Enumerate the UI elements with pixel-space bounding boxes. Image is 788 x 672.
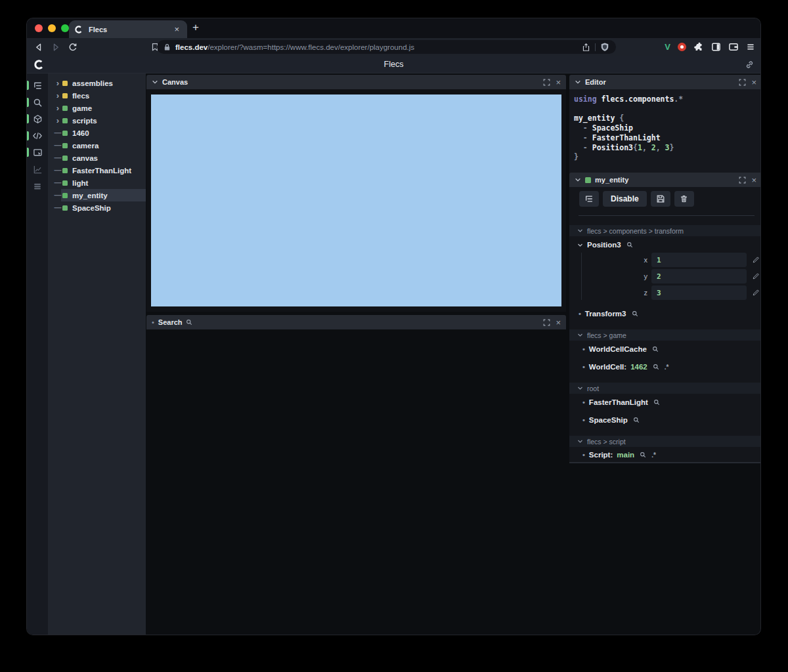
chevron-down-icon[interactable] bbox=[575, 177, 581, 183]
code-module-path: flecs.components bbox=[602, 94, 674, 104]
tree-item-scripts[interactable]: › scripts bbox=[48, 114, 146, 127]
chevron-down-icon[interactable] bbox=[577, 242, 583, 248]
fullscreen-icon[interactable] bbox=[543, 319, 550, 326]
expand-arrow-icon[interactable]: › bbox=[53, 91, 62, 100]
component-worldcellcache[interactable]: • WorldCellCache bbox=[582, 345, 659, 353]
save-button[interactable] bbox=[651, 191, 670, 207]
search-panel-header[interactable]: • Search × bbox=[146, 315, 566, 329]
vue-devtools-icon[interactable]: V bbox=[665, 42, 670, 52]
pencil-icon[interactable] bbox=[752, 256, 760, 264]
component-transform3[interactable]: • Transform3 bbox=[579, 310, 638, 318]
tree-item-fasterthanlight[interactable]: — FasterThanLight bbox=[48, 164, 146, 177]
component-worldcell[interactable]: • WorldCell: 1462 .* bbox=[582, 363, 668, 371]
tab-close-icon[interactable]: × bbox=[171, 24, 182, 35]
magnifier-icon[interactable] bbox=[632, 310, 638, 317]
fullscreen-icon[interactable] bbox=[739, 177, 746, 184]
magnifier-icon[interactable] bbox=[652, 346, 659, 352]
component-spaceship[interactable]: • SpaceShip bbox=[582, 416, 640, 424]
minimize-window-button[interactable] bbox=[48, 24, 56, 32]
browser-tab[interactable]: Flecs × bbox=[69, 20, 187, 38]
component-script-main[interactable]: • Script: main .* bbox=[582, 451, 656, 459]
code-icon[interactable] bbox=[27, 128, 48, 144]
extensions-puzzle-icon[interactable] bbox=[693, 42, 704, 52]
sidebar-toggle-icon[interactable] bbox=[711, 42, 721, 52]
inspector-panel-header[interactable]: my_entity × bbox=[569, 173, 761, 187]
share-icon[interactable] bbox=[582, 43, 590, 52]
pencil-icon[interactable] bbox=[752, 289, 760, 297]
section-script[interactable]: flecs > script bbox=[569, 436, 761, 447]
position3-y-input[interactable]: 2 bbox=[651, 269, 747, 284]
section-transform[interactable]: flecs > components > transform bbox=[569, 225, 761, 236]
fullscreen-icon[interactable] bbox=[543, 79, 550, 86]
menu-icon[interactable] bbox=[746, 43, 755, 51]
chevron-down-icon[interactable] bbox=[577, 385, 583, 391]
close-window-button[interactable] bbox=[35, 24, 43, 32]
leaf-dash-icon: — bbox=[53, 204, 62, 211]
tree-item-game[interactable]: › game bbox=[48, 102, 146, 114]
tree-item-my-entity-selected[interactable]: — my_entity bbox=[48, 189, 146, 201]
tree-item-spaceship[interactable]: — SpaceShip bbox=[48, 201, 146, 214]
pair-suffix-icon[interactable]: .* bbox=[665, 364, 669, 371]
close-panel-icon[interactable]: × bbox=[751, 78, 756, 87]
reload-button[interactable] bbox=[68, 42, 78, 52]
component-fasterthanlight[interactable]: • FasterThanLight bbox=[582, 398, 660, 406]
tree-view-icon[interactable] bbox=[27, 77, 48, 93]
stack-icon[interactable] bbox=[27, 178, 48, 194]
share-link-icon[interactable] bbox=[745, 60, 755, 70]
magnifier-icon[interactable] bbox=[640, 452, 646, 458]
position3-x-input[interactable]: 1 bbox=[651, 253, 747, 267]
code-editor[interactable]: using flecs.components.* my_entity { - S… bbox=[569, 89, 761, 176]
canvas-pointer-icon[interactable] bbox=[27, 144, 48, 160]
search-icon[interactable] bbox=[27, 94, 48, 110]
section-root[interactable]: root bbox=[569, 383, 761, 394]
collapsed-bullet-icon[interactable]: • bbox=[152, 318, 154, 326]
chevron-down-icon[interactable] bbox=[577, 438, 583, 444]
canvas-panel-header[interactable]: Canvas × bbox=[146, 75, 566, 89]
forward-button[interactable] bbox=[51, 42, 61, 52]
fullscreen-icon[interactable] bbox=[739, 79, 746, 86]
inspector-title: my_entity bbox=[595, 176, 628, 184]
brave-shield-icon[interactable] bbox=[600, 42, 609, 52]
section-game[interactable]: flecs > game bbox=[569, 329, 761, 341]
editor-panel-header[interactable]: Editor × bbox=[569, 75, 761, 89]
pencil-icon[interactable] bbox=[752, 272, 760, 280]
new-tab-button[interactable]: + bbox=[192, 21, 199, 34]
chart-icon[interactable] bbox=[27, 161, 48, 177]
expand-arrow-icon[interactable]: › bbox=[53, 79, 62, 87]
position3-z-input[interactable]: 3 bbox=[651, 285, 747, 300]
tree-item-camera[interactable]: — camera bbox=[48, 139, 146, 152]
tree-item-light[interactable]: — light bbox=[48, 177, 146, 189]
component-position3[interactable]: Position3 bbox=[577, 241, 633, 249]
magnifier-icon[interactable] bbox=[626, 242, 633, 248]
back-button[interactable] bbox=[33, 42, 44, 52]
chevron-down-icon[interactable] bbox=[575, 79, 581, 85]
url-bar[interactable]: flecs.dev /explorer/?wasm=https://www.fl… bbox=[157, 40, 616, 54]
red-extension-icon[interactable] bbox=[678, 43, 686, 51]
chevron-down-icon[interactable] bbox=[577, 228, 583, 234]
disable-button[interactable]: Disable bbox=[603, 191, 647, 207]
tree-item-canvas[interactable]: — canvas bbox=[48, 152, 146, 164]
tree-item-flecs[interactable]: › flecs bbox=[48, 89, 146, 102]
chevron-down-icon[interactable] bbox=[577, 332, 583, 338]
tree-item-assemblies[interactable]: › assemblies bbox=[48, 77, 146, 89]
magnifier-icon[interactable] bbox=[653, 399, 660, 406]
pair-suffix-icon[interactable]: .* bbox=[651, 452, 656, 459]
expand-arrow-icon[interactable]: › bbox=[53, 104, 62, 112]
tree-view-button[interactable] bbox=[579, 191, 599, 207]
canvas-panel-body bbox=[146, 89, 566, 312]
close-panel-icon[interactable]: × bbox=[751, 176, 756, 184]
window-controls bbox=[35, 24, 69, 32]
tree-item-1460[interactable]: — 1460 bbox=[48, 127, 146, 139]
close-panel-icon[interactable]: × bbox=[556, 318, 561, 327]
magnifier-icon[interactable] bbox=[653, 364, 659, 370]
render-canvas[interactable] bbox=[151, 94, 561, 306]
zoom-window-button[interactable] bbox=[61, 24, 69, 32]
close-panel-icon[interactable]: × bbox=[556, 78, 561, 87]
wallet-icon[interactable] bbox=[728, 42, 739, 52]
expand-arrow-icon[interactable]: › bbox=[53, 116, 62, 125]
magnifier-icon[interactable] bbox=[633, 417, 640, 423]
tree-item-label: light bbox=[72, 179, 88, 187]
chevron-down-icon[interactable] bbox=[152, 79, 158, 85]
cube-icon[interactable] bbox=[27, 111, 48, 127]
delete-button[interactable] bbox=[674, 191, 694, 207]
